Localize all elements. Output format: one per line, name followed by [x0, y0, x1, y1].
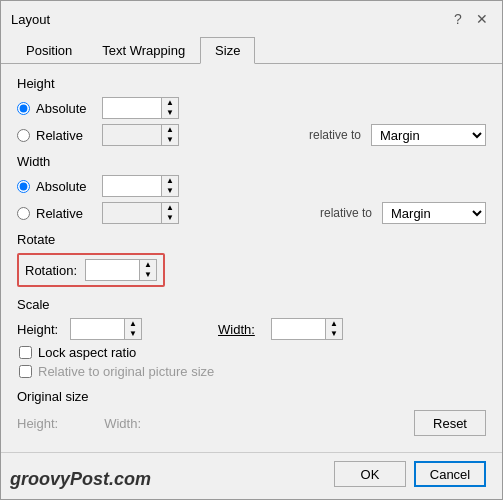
relative-to-picture-row: Relative to original picture size [19, 364, 486, 379]
width-relative-value[interactable] [102, 202, 162, 224]
height-relative-up[interactable]: ▲ [162, 125, 178, 135]
original-size-section-label: Original size [17, 389, 486, 404]
height-absolute-up[interactable]: ▲ [162, 98, 178, 108]
tab-content: Height Absolute 0.42" ▲ ▼ Relative ▲ ▼ [1, 64, 502, 452]
width-absolute-label: Absolute [36, 179, 96, 194]
orig-width-label: Width: [104, 416, 141, 431]
close-button[interactable]: ✕ [472, 9, 492, 29]
height-absolute-value[interactable]: 0.42" [102, 97, 162, 119]
watermark: groovyPost.com [10, 469, 151, 490]
height-absolute-input[interactable]: 0.42" ▲ ▼ [102, 97, 179, 119]
dialog-title: Layout [11, 12, 50, 27]
scale-width-up[interactable]: ▲ [326, 319, 342, 329]
height-relative-down[interactable]: ▼ [162, 135, 178, 145]
tab-bar: Position Text Wrapping Size [1, 37, 502, 64]
cancel-button[interactable]: Cancel [414, 461, 486, 487]
rotation-input[interactable]: 0° ▲ ▼ [85, 259, 157, 281]
height-relative-spinner: ▲ ▼ [162, 124, 179, 146]
rotation-up[interactable]: ▲ [140, 260, 156, 270]
height-relative-radio[interactable] [17, 129, 30, 142]
width-relative-radio[interactable] [17, 207, 30, 220]
width-absolute-value[interactable]: 2.72" [102, 175, 162, 197]
width-relative-to-select[interactable]: Margin Page Left Margin Right Margin [383, 203, 485, 223]
rotation-down[interactable]: ▼ [140, 270, 156, 280]
width-relative-up[interactable]: ▲ [162, 203, 178, 213]
scale-width-down[interactable]: ▼ [326, 329, 342, 339]
width-relative-spinner: ▲ ▼ [162, 202, 179, 224]
scale-height-value[interactable]: 100 % [70, 318, 125, 340]
width-section-label: Width [17, 154, 486, 169]
lock-aspect-checkbox[interactable] [19, 346, 32, 359]
help-button[interactable]: ? [448, 9, 468, 29]
tab-text-wrapping[interactable]: Text Wrapping [87, 37, 200, 64]
scale-height-up[interactable]: ▲ [125, 319, 141, 329]
relative-to-picture-label: Relative to original picture size [38, 364, 214, 379]
layout-dialog: Layout ? ✕ Position Text Wrapping Size H… [0, 0, 503, 500]
rotation-spinner: ▲ ▼ [140, 259, 157, 281]
height-relative-label: Relative [36, 128, 96, 143]
scale-section-label: Scale [17, 297, 486, 312]
width-relative-input[interactable]: ▲ ▼ [102, 202, 179, 224]
width-absolute-input[interactable]: 2.72" ▲ ▼ [102, 175, 179, 197]
height-section-label: Height [17, 76, 486, 91]
scale-width-input[interactable]: 100 % ▲ ▼ [271, 318, 343, 340]
height-absolute-spinner: ▲ ▼ [162, 97, 179, 119]
tab-position[interactable]: Position [11, 37, 87, 64]
width-absolute-down[interactable]: ▼ [162, 186, 178, 196]
width-relative-to-select-wrap[interactable]: Margin Page Left Margin Right Margin [382, 202, 486, 224]
height-relative-to-select-wrap[interactable]: Margin Page Top Margin Bottom Margin [371, 124, 486, 146]
scale-width-label: Width: [218, 322, 263, 337]
width-absolute-up[interactable]: ▲ [162, 176, 178, 186]
scale-height-down[interactable]: ▼ [125, 329, 141, 339]
width-relative-label: Relative [36, 206, 96, 221]
width-absolute-spinner: ▲ ▼ [162, 175, 179, 197]
height-relative-to-select[interactable]: Margin Page Top Margin Bottom Margin [372, 125, 485, 145]
height-relative-input[interactable]: ▲ ▼ [102, 124, 179, 146]
reset-button[interactable]: Reset [414, 410, 486, 436]
rotation-value[interactable]: 0° [85, 259, 140, 281]
lock-aspect-label: Lock aspect ratio [38, 345, 136, 360]
scale-width-spinner: ▲ ▼ [326, 318, 343, 340]
rotate-section-label: Rotate [17, 232, 486, 247]
rotate-box: Rotation: 0° ▲ ▼ [17, 253, 165, 287]
title-bar-controls: ? ✕ [448, 9, 492, 29]
width-relative-to-label: relative to [320, 206, 372, 220]
width-absolute-radio[interactable] [17, 180, 30, 193]
height-absolute-down[interactable]: ▼ [162, 108, 178, 118]
tab-size[interactable]: Size [200, 37, 255, 64]
orig-height-label: Height: [17, 416, 58, 431]
ok-button[interactable]: OK [334, 461, 406, 487]
height-relative-to-label: relative to [309, 128, 361, 142]
relative-to-picture-checkbox[interactable] [19, 365, 32, 378]
scale-height-label: Height: [17, 322, 62, 337]
scale-height-spinner: ▲ ▼ [125, 318, 142, 340]
scale-height-input[interactable]: 100 % ▲ ▼ [70, 318, 142, 340]
height-absolute-label: Absolute [36, 101, 96, 116]
rotation-label: Rotation: [25, 263, 77, 278]
width-relative-down[interactable]: ▼ [162, 213, 178, 223]
title-bar: Layout ? ✕ [1, 1, 502, 35]
lock-aspect-row: Lock aspect ratio [19, 345, 486, 360]
scale-width-value[interactable]: 100 % [271, 318, 326, 340]
height-relative-value[interactable] [102, 124, 162, 146]
height-absolute-radio[interactable] [17, 102, 30, 115]
